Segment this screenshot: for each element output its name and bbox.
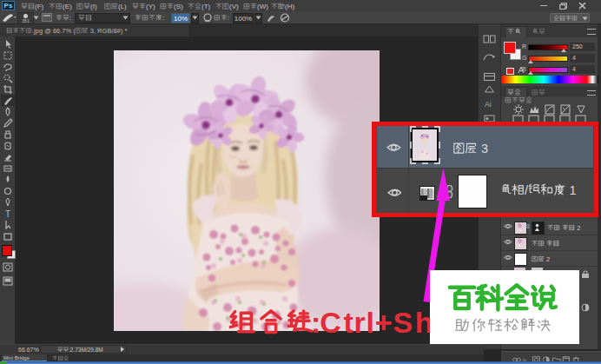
svg-text:): ) [124, 3, 127, 10]
svg-text:): ) [181, 3, 183, 10]
svg-text:): ) [208, 3, 211, 10]
svg-text:*: * [124, 27, 127, 35]
svg-text:): ) [42, 3, 44, 10]
svg-text:l: l [367, 306, 374, 339]
svg-text:2: 2 [577, 223, 580, 231]
svg-text:/: / [525, 184, 529, 198]
svg-text:Ai: Ai [485, 100, 492, 109]
svg-text:r: r [354, 306, 366, 339]
svg-text:@: @ [44, 27, 51, 35]
svg-text:,: , [94, 27, 96, 35]
svg-text:%: % [66, 27, 72, 35]
svg-text:C: C [320, 306, 341, 339]
svg-text:): ) [236, 3, 239, 10]
svg-text:2: 2 [546, 255, 550, 262]
svg-text:): ) [292, 3, 294, 10]
svg-text:1: 1 [570, 184, 577, 198]
svg-text::: : [228, 14, 229, 22]
svg-text:T: T [5, 209, 10, 219]
svg-text:): ) [266, 3, 268, 10]
svg-text:t: t [344, 306, 353, 339]
svg-text:): ) [69, 3, 72, 10]
svg-text:): ) [95, 3, 97, 10]
svg-text::: : [162, 14, 164, 22]
svg-text:g: g [39, 27, 43, 35]
svg-text:(: ( [73, 27, 76, 35]
svg-text:3: 3 [481, 142, 488, 156]
svg-text::: : [69, 14, 71, 22]
svg-text:): ) [153, 3, 155, 10]
svg-text:): ) [121, 27, 123, 35]
svg-text:M: M [98, 347, 102, 353]
svg-text:S: S [393, 306, 413, 339]
svg-text:+: + [375, 306, 393, 339]
